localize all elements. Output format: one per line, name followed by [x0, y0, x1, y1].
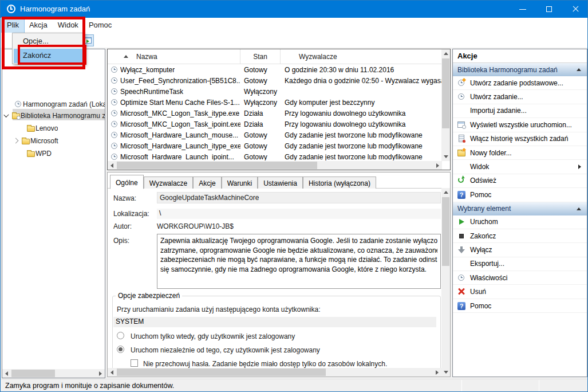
radio-run-when-logged-on[interactable] — [117, 332, 124, 339]
menu-widok[interactable]: Widok — [53, 18, 84, 33]
task-clock-icon — [110, 142, 119, 151]
tab-wyzwalacze[interactable]: Wyzwalacze — [144, 177, 194, 189]
scroll-left-icon[interactable] — [108, 161, 116, 170]
radio-run-whether-logged-on[interactable] — [117, 346, 124, 353]
tree-item-lenovo[interactable]: Lenovo — [26, 123, 105, 134]
tab-warunki[interactable]: Warunki — [222, 177, 258, 189]
scroll-right-icon[interactable] — [433, 368, 441, 377]
task-clock-icon — [110, 131, 119, 140]
name-field[interactable]: GoogleUpdateTaskMachineCore — [157, 192, 441, 203]
scrollbar-thumb[interactable] — [117, 162, 317, 169]
scroll-down-icon[interactable] — [441, 152, 450, 161]
scrollbar-thumb[interactable] — [442, 58, 449, 128]
action-import-task[interactable]: Importuj zadanie... — [453, 104, 587, 118]
task-list-horizontal-scrollbar[interactable] — [108, 161, 442, 170]
action-create-task[interactable]: Utwórz zadanie... — [453, 90, 587, 104]
tree-item-root[interactable]: Harmonogram zadań (Lokalny) — [14, 99, 105, 109]
statusbar-divider — [539, 380, 539, 391]
table-row[interactable]: Optimize Start Menu Cache Files-S-1... W… — [108, 97, 441, 108]
scroll-right-icon[interactable] — [96, 369, 105, 378]
new-folder-icon — [457, 148, 466, 158]
run-icon — [457, 217, 466, 226]
tab-ogolne[interactable]: Ogólne — [110, 175, 144, 189]
close-button[interactable] — [562, 1, 588, 18]
task-list-rows: Wyłącz_komputer Gotowy O godzinie 20:30 … — [108, 64, 441, 160]
collapse-icon[interactable] — [577, 68, 581, 71]
table-row[interactable]: Microsoft_Hardware_Launch_mouse... Gotow… — [108, 130, 441, 140]
scroll-up-icon[interactable] — [441, 49, 450, 58]
task-details-panel: Ogólne Wyzwalacze Akcje Warunki Ustawien… — [107, 172, 451, 377]
action-help[interactable]: Pomoc — [453, 188, 587, 202]
table-row[interactable]: SpeechRuntimeTask Wyłączony — [108, 86, 441, 97]
action-create-basic-task[interactable]: Utwórz zadanie podstawowe... — [453, 76, 587, 90]
action-help-selected[interactable]: Pomoc — [453, 299, 587, 313]
scroll-right-icon[interactable] — [433, 161, 442, 170]
table-row[interactable]: Wyłącz_komputer Gotowy O godzinie 20:30 … — [108, 64, 441, 75]
description-field[interactable]: Zapewnia aktualizację Twojego oprogramow… — [157, 234, 441, 289]
statusbar-divider — [461, 380, 462, 391]
account-value: SYSTEM — [113, 317, 436, 327]
action-end[interactable]: Zakończ — [453, 229, 587, 243]
table-row[interactable]: Microsoft_Hardware_Launch_itype_exe Goto… — [108, 140, 441, 151]
tree-item-microsoft[interactable]: Microsoft — [14, 135, 105, 146]
task-clock-icon — [110, 98, 119, 107]
scroll-left-icon[interactable] — [2, 369, 11, 378]
scrollbar-thumb[interactable] — [11, 370, 55, 377]
table-row[interactable]: Microsoft_Hardware_Launch_ipoint... Goto… — [108, 151, 441, 160]
menu-item-opcje[interactable]: Opcje... — [13, 34, 84, 49]
security-options-legend: Opcje zabezpieczeń — [116, 292, 182, 300]
account-caption: Przy uruchamianiu zadania użyj następują… — [117, 305, 321, 313]
column-header-wyzwalacze[interactable]: Wyzwalacze — [281, 49, 441, 64]
action-export[interactable]: Eksportuj... — [453, 257, 587, 271]
checkbox-do-not-store-password[interactable] — [131, 359, 138, 367]
section-header-library[interactable]: Biblioteka Harmonogramu zadań — [453, 63, 587, 76]
minimize-button[interactable] — [510, 1, 536, 18]
task-clock-icon — [110, 87, 119, 96]
action-disable[interactable]: Wyłącz — [453, 243, 587, 257]
collapse-icon[interactable] — [577, 207, 581, 210]
tree-horizontal-scrollbar[interactable] — [2, 369, 105, 378]
action-delete[interactable]: Usuń — [453, 285, 587, 299]
menu-akcja[interactable]: Akcja — [24, 18, 53, 33]
chevron-collapsed-icon[interactable] — [13, 138, 19, 144]
table-row[interactable]: Microsoft_MKC_Logon_Task_ipoint.exe Dzia… — [108, 119, 441, 130]
scroll-down-icon[interactable] — [441, 368, 450, 377]
maximize-button[interactable] — [536, 1, 562, 18]
menu-plik[interactable]: Plik — [2, 18, 24, 33]
action-properties[interactable]: Właściwości — [453, 271, 587, 285]
table-row[interactable]: User_Feed_Synchronization-{5B51C8... Got… — [108, 75, 441, 86]
title-bar: Harmonogram zadań — [1, 1, 588, 18]
column-header-stan[interactable]: Stan — [240, 49, 281, 64]
scroll-left-icon[interactable] — [108, 368, 116, 377]
menu-pomoc[interactable]: Pomoc — [84, 18, 117, 33]
disable-icon — [457, 245, 466, 254]
window-title: Harmonogram zadań — [20, 5, 90, 13]
details-vertical-scrollbar[interactable] — [441, 188, 450, 377]
table-row[interactable]: Microsoft_MKC_Logon_Task_itype.exe Dział… — [108, 108, 441, 119]
actions-panel: Akcje Biblioteka Harmonogramu zadań Utwó… — [452, 49, 587, 377]
tab-historia[interactable]: Historia (wyłączona) — [303, 177, 376, 189]
tab-ustawienia[interactable]: Ustawienia — [258, 177, 303, 189]
delete-icon — [457, 287, 466, 296]
tree-item-library[interactable]: Biblioteka Harmonogramu zadań — [5, 110, 105, 121]
menu-item-zakoncz[interactable]: Zakończ — [14, 49, 83, 63]
action-new-folder[interactable]: Nowy folder... — [453, 146, 587, 160]
tree-item-wpd[interactable]: WPD — [26, 148, 105, 159]
action-refresh[interactable]: Odśwież — [453, 174, 587, 188]
action-view[interactable]: Widok — [453, 160, 587, 174]
section-header-selected-item[interactable]: Wybrany element — [453, 202, 587, 215]
action-run[interactable]: Uruchom — [453, 215, 587, 229]
details-horizontal-scrollbar[interactable] — [108, 368, 441, 377]
file-menu-dropdown: Opcje... Zakończ — [12, 33, 85, 64]
submenu-arrow-icon — [578, 164, 581, 169]
column-header-nazwa[interactable]: Nazwa — [108, 49, 240, 64]
action-display-running-tasks[interactable]: Wyświetl wszystkie uruchomion... — [453, 118, 587, 132]
task-list-vertical-scrollbar[interactable] — [441, 49, 450, 161]
scroll-up-icon[interactable] — [441, 188, 450, 197]
scrollbar-thumb[interactable] — [442, 197, 449, 266]
tab-akcje[interactable]: Akcje — [193, 177, 221, 189]
action-enable-task-history[interactable]: Włącz historię wszystkich zadań — [453, 132, 587, 146]
description-label: Opis: — [113, 237, 129, 245]
chevron-expanded-icon[interactable] — [3, 112, 9, 117]
scrollbar-thumb[interactable] — [117, 369, 326, 376]
